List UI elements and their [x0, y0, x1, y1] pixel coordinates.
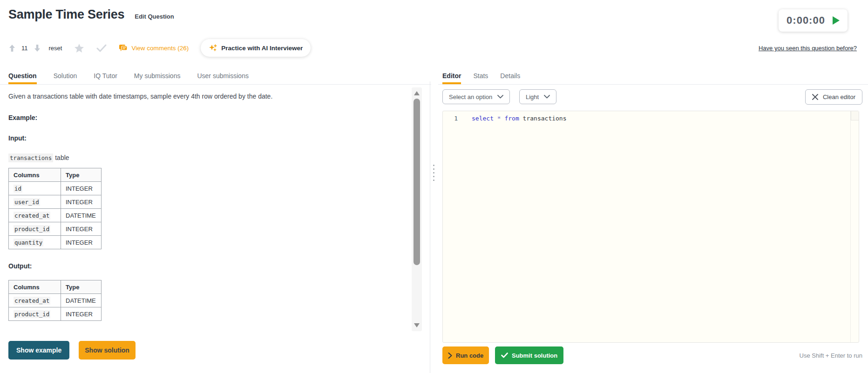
column-name: product_id — [14, 225, 50, 233]
column-name: quantity — [14, 239, 43, 246]
downvote-icon[interactable] — [34, 44, 41, 52]
question-buttons: Show example Show solution — [8, 341, 136, 360]
tab-iq-tutor[interactable]: IQ Tutor — [94, 68, 117, 84]
table-name-suffix: table — [55, 154, 69, 161]
output-schema-table: Columns Type created_at DATETIME product… — [8, 280, 102, 321]
play-icon[interactable] — [833, 16, 840, 25]
timer-card: 0:00:00 — [779, 9, 848, 32]
panel-resize-handle[interactable] — [432, 164, 435, 182]
mark-complete-check-icon[interactable] — [96, 44, 107, 52]
tab-user-submissions[interactable]: User submissions — [197, 68, 248, 84]
language-select-value: Select an option — [449, 93, 492, 100]
table-row: user_id INTEGER — [9, 195, 102, 209]
column-name: created_at — [14, 212, 50, 220]
theme-select[interactable]: Light — [519, 89, 556, 104]
column-name: user_id — [14, 198, 40, 206]
input-label: Input: — [8, 134, 410, 142]
clean-editor-label: Clean editor — [823, 93, 855, 100]
run-code-button[interactable]: Run code — [442, 346, 489, 364]
panel-divider — [430, 81, 430, 373]
reset-link[interactable]: reset — [49, 45, 62, 52]
ai-interviewer-button[interactable]: Practice with AI Interviewer — [201, 39, 311, 57]
edit-question-link[interactable]: Edit Question — [135, 13, 174, 20]
page-title: Sample Time Series — [8, 7, 124, 22]
tab-my-submissions[interactable]: My submissions — [134, 68, 181, 84]
table-name-chip: transactions — [8, 153, 53, 162]
upvote-icon[interactable] — [8, 44, 16, 52]
scrollbar-thumb[interactable] — [414, 99, 420, 265]
code-identifier: transactions — [523, 115, 567, 122]
question-content: Given a transactions table with date tim… — [0, 85, 410, 327]
column-type: DATETIME — [61, 209, 102, 222]
editor-controls: Select an option Light Clean editor — [442, 89, 862, 105]
show-example-button[interactable]: Show example — [8, 341, 69, 360]
chevron-down-icon — [497, 95, 503, 99]
seen-before-link[interactable]: Have you seen this question before? — [759, 45, 857, 52]
column-type: DATETIME — [61, 294, 102, 307]
editor-tabbar: Editor Stats Details — [438, 68, 868, 85]
code-keyword: from — [504, 115, 519, 122]
submit-solution-button[interactable]: Submit solution — [495, 346, 563, 364]
table-row: created_at DATETIME — [9, 209, 102, 222]
comments-icon — [119, 44, 128, 52]
column-name: product_id — [14, 310, 50, 318]
question-text: Given a transactions table with date tim… — [8, 93, 410, 100]
example-label: Example: — [8, 114, 410, 121]
table-row: product_id INTEGER — [9, 222, 102, 236]
editor-scroll-rail — [850, 111, 851, 342]
language-select[interactable]: Select an option — [442, 89, 510, 104]
column-type: INTEGER — [61, 195, 102, 209]
table-header-row: Columns Type — [9, 168, 102, 182]
column-type: INTEGER — [61, 236, 102, 249]
col-header-columns: Columns — [9, 280, 61, 294]
input-schema-table: Columns Type id INTEGER user_id INTEGER … — [8, 168, 102, 249]
vote-count: 11 — [21, 45, 28, 52]
code-editor[interactable]: 1select * from transactions — [442, 111, 859, 343]
code-keyword: select — [472, 115, 494, 122]
view-comments-label: View comments (26) — [131, 45, 189, 52]
question-workspace: Sample Time Series Edit Question 0:00:00… — [0, 0, 868, 373]
tab-question[interactable]: Question — [8, 68, 37, 84]
table-row: created_at DATETIME — [9, 294, 102, 307]
chevron-down-icon — [544, 95, 550, 99]
column-name: id — [14, 185, 22, 193]
timer-value: 0:00:00 — [787, 14, 825, 27]
table-row: quantity INTEGER — [9, 236, 102, 249]
scroll-down-arrow-icon[interactable] — [414, 323, 420, 327]
ai-interviewer-label: Practice with AI Interviewer — [221, 45, 303, 52]
close-icon — [812, 94, 818, 100]
column-type: INTEGER — [61, 222, 102, 236]
chevron-right-icon — [448, 353, 452, 359]
submit-solution-label: Submit solution — [512, 352, 557, 359]
editor-footer: Run code Submit solution Use Shift + Ent… — [442, 346, 862, 365]
table-row: id INTEGER — [9, 182, 102, 195]
sparkles-icon — [209, 44, 217, 52]
clean-editor-button[interactable]: Clean editor — [805, 89, 862, 105]
output-label: Output: — [8, 262, 410, 270]
show-solution-button[interactable]: Show solution — [79, 341, 136, 360]
run-code-label: Run code — [456, 352, 483, 359]
theme-select-value: Light — [526, 93, 539, 100]
input-table-name: transactions table — [8, 154, 410, 161]
column-type: INTEGER — [61, 307, 102, 321]
code-text: select * from transactions — [472, 114, 567, 123]
tab-solution[interactable]: Solution — [54, 68, 77, 84]
tab-details[interactable]: Details — [500, 68, 520, 84]
check-icon — [501, 353, 508, 358]
question-actions: 11 reset View comments (26) — [8, 39, 311, 57]
tab-editor[interactable]: Editor — [442, 68, 461, 84]
scroll-up-arrow-icon[interactable] — [414, 91, 420, 95]
tab-stats[interactable]: Stats — [473, 68, 488, 84]
table-header-row: Columns Type — [9, 280, 102, 294]
col-header-type: Type — [61, 280, 102, 294]
column-name: created_at — [14, 297, 50, 305]
view-comments-link[interactable]: View comments (26) — [119, 44, 189, 52]
table-row: product_id INTEGER — [9, 307, 102, 321]
col-header-type: Type — [61, 168, 102, 182]
question-tabbar: Question Solution IQ Tutor My submission… — [0, 68, 431, 85]
code-operator: * — [497, 115, 501, 122]
run-hint: Use Shift + Enter to run — [800, 352, 862, 359]
favorite-star-icon[interactable] — [74, 43, 84, 53]
editor-scroll-corner — [851, 111, 859, 120]
line-number: 1 — [443, 114, 467, 123]
